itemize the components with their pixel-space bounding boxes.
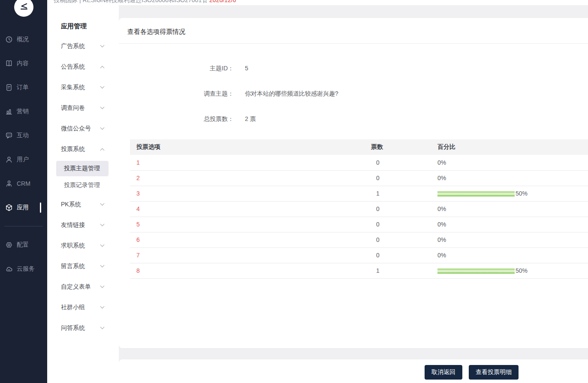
chevron-up-icon [100, 66, 105, 70]
votes-cell: 1 [371, 186, 435, 201]
sidebar-item-互动[interactable]: 互动 [0, 124, 47, 148]
submenu-item-label: 公告系统 [61, 63, 85, 71]
vote-info-section: 主题ID：5调查主题：你对本站的哪些频道比较感谢兴趣?总投票数：2 票 [119, 44, 588, 124]
percent-label: 0% [437, 206, 446, 213]
view-vote-detail-button[interactable]: 查看投票明细 [469, 365, 519, 380]
marketing-icon [5, 108, 13, 115]
submenu-item-留言系统[interactable]: 留言系统 [47, 256, 119, 277]
submenu-item-label: 微信公众号 [61, 125, 91, 133]
sidebar-item-营销[interactable]: 营销 [0, 100, 47, 124]
submenu-item-PK系统[interactable]: PK系统 [47, 194, 119, 215]
sidebar-item-概况[interactable]: 概况 [0, 27, 47, 51]
submenu-item-社群小组[interactable]: 社群小组 [47, 297, 119, 318]
ticker-date: 2020/12/6 [209, 0, 236, 3]
percent-label: 0% [437, 159, 446, 166]
percent-label: 50% [516, 190, 528, 197]
percent-cell: 50% [435, 186, 588, 201]
gear-icon [5, 241, 13, 249]
option-link[interactable]: 2 [136, 175, 140, 181]
submenu-item-投票系统[interactable]: 投票系统 [47, 139, 119, 160]
vote-table-row: 500% [130, 217, 588, 232]
option-link[interactable]: 3 [136, 190, 140, 197]
clock-icon [5, 36, 13, 43]
order-icon [5, 84, 13, 91]
sidebar-item-CRM[interactable]: CRM [0, 172, 47, 196]
sidebar-item-label: 配置 [17, 241, 29, 249]
option-link[interactable]: 5 [136, 221, 140, 228]
sidebar-item-应用[interactable]: 应用 [0, 196, 47, 220]
submenu-list: 广告系统公告系统采集系统调查问卷微信公众号投票系统投票主题管理投票记录管理PK系… [47, 36, 119, 338]
vote-table-row: 200% [130, 170, 588, 186]
submenu-item-微信公众号[interactable]: 微信公众号 [47, 118, 119, 139]
chevron-down-icon [100, 126, 105, 130]
chevron-up-icon [100, 148, 105, 153]
main-content: 查看各选项得票情况 主题ID：5调查主题：你对本站的哪些频道比较感谢兴趣?总投票… [119, 5, 588, 383]
vote-table-row: 8150% [130, 263, 588, 278]
sidebar-item-订单[interactable]: 订单 [0, 75, 47, 100]
votes-cell: 1 [371, 263, 435, 278]
option-link[interactable]: 8 [136, 267, 140, 274]
sidebar-item-label: 应用 [17, 204, 29, 211]
submenu-item-调查问卷[interactable]: 调查问卷 [47, 98, 119, 118]
submenu-item-label: 社群小组 [61, 304, 85, 311]
user-icon [5, 156, 13, 163]
percent-cell: 0% [435, 247, 588, 263]
votes-cell: 0 [371, 155, 435, 170]
submenu-item-广告系统[interactable]: 广告系统 [47, 36, 119, 57]
option-link[interactable]: 4 [136, 205, 140, 212]
secondary-sidebar: 应用管理 广告系统公告系统采集系统调查问卷微信公众号投票系统投票主题管理投票记录… [47, 5, 119, 383]
submenu-item-label: 留言系统 [61, 262, 85, 270]
info-value: 5 [245, 63, 248, 73]
col-header-votes: 票数 [371, 139, 435, 155]
submenu-item-求职系统[interactable]: 求职系统 [47, 235, 119, 256]
percent-label: 50% [516, 268, 528, 274]
primary-nav: 概况内容订单营销互动用户CRM应用配置云服务 [0, 27, 47, 281]
sidebar-item-label: 概况 [17, 36, 29, 43]
percent-label: 0% [437, 237, 446, 244]
submenu-item-友情链接[interactable]: 友情链接 [47, 215, 119, 235]
submenu-item-公告系统[interactable]: 公告系统 [47, 57, 119, 77]
percent-label: 0% [437, 175, 446, 182]
cancel-return-button[interactable]: 取消返回 [425, 365, 462, 380]
sidebar-item-云服务[interactable]: 云服务 [0, 257, 47, 281]
percent-label: 0% [437, 252, 446, 259]
vote-table-header-row: 投票选项 票数 百分比 [130, 139, 588, 155]
sidebar-item-内容[interactable]: 内容 [0, 51, 47, 75]
submenu-item-label: 友情链接 [61, 221, 85, 229]
submenu-child-投票记录管理[interactable]: 投票记录管理 [56, 178, 109, 193]
chevron-down-icon [100, 305, 105, 309]
submenu-item-label: 问答系统 [61, 324, 85, 332]
submenu-item-label: 自定义表单 [61, 283, 91, 291]
submenu-child-投票主题管理[interactable]: 投票主题管理 [56, 161, 109, 176]
percent-bar [437, 268, 515, 274]
submenu-item-自定义表单[interactable]: 自定义表单 [47, 277, 119, 297]
percent-label: 0% [437, 221, 446, 228]
app-logo[interactable] [14, 0, 33, 17]
sidebar-item-用户[interactable]: 用户 [0, 148, 47, 172]
active-indicator-bar [40, 202, 41, 213]
cloud-icon [5, 265, 13, 273]
option-link[interactable]: 6 [136, 236, 140, 243]
chevron-down-icon [100, 243, 105, 247]
percent-cell: 0% [435, 155, 588, 170]
submenu-item-label: 投票系统 [61, 145, 85, 153]
content-icon [5, 60, 13, 67]
vote-table-row: 3150% [130, 186, 588, 201]
primary-sidebar: 概况内容订单营销互动用户CRM应用配置云服务 [0, 0, 47, 383]
percent-cell: 0% [435, 170, 588, 186]
sidebar-item-配置[interactable]: 配置 [0, 233, 47, 257]
option-link[interactable]: 7 [136, 252, 140, 259]
app-cube-icon [5, 204, 13, 211]
info-value: 2 票 [245, 114, 256, 124]
nav-divider [4, 226, 43, 226]
news-ticker[interactable]: 投稿国际 | RESIGN科技顺利通过ISO20000和ISO27001管 20… [54, 0, 588, 4]
submenu-item-采集系统[interactable]: 采集系统 [47, 77, 119, 98]
submenu-item-label: PK系统 [61, 201, 81, 208]
submenu-item-问答系统[interactable]: 问答系统 [47, 318, 119, 338]
chevron-down-icon [100, 202, 105, 206]
vote-table-row: 600% [130, 232, 588, 247]
option-link[interactable]: 1 [136, 159, 140, 166]
percent-cell: 0% [435, 201, 588, 217]
submenu-item-label: 采集系统 [61, 84, 85, 91]
sidebar-item-label: 用户 [17, 156, 29, 163]
